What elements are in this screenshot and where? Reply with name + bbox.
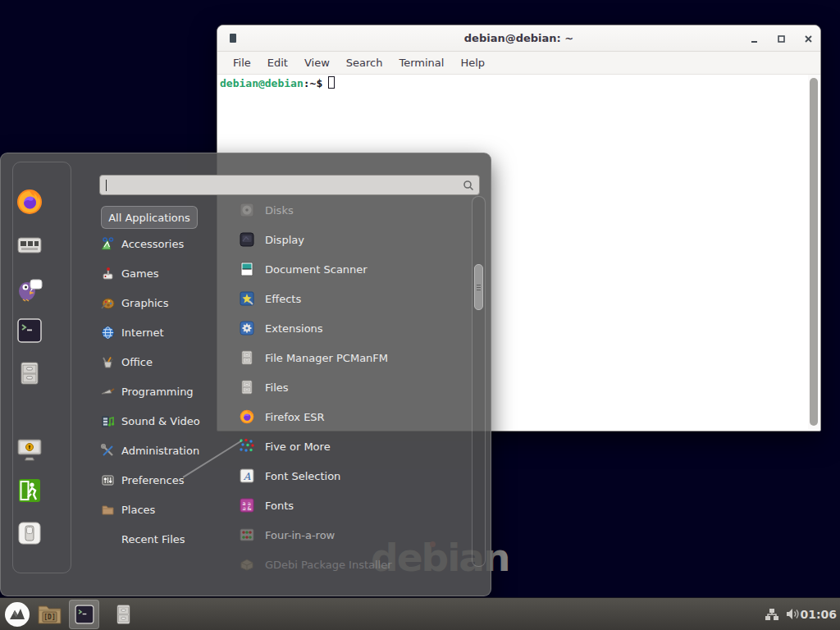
app-item-files[interactable]: Files <box>239 372 472 402</box>
menu-search[interactable]: Search <box>338 52 391 75</box>
category-sound-video[interactable]: Sound & Video <box>101 406 224 436</box>
all-applications-label: All Applications <box>108 212 190 224</box>
category-games[interactable]: Games <box>101 258 224 288</box>
office-icon <box>101 355 115 369</box>
app-label: Effects <box>265 293 301 305</box>
places-icon <box>101 503 115 517</box>
app-search-input[interactable] <box>99 175 480 195</box>
app-label: Fonts <box>265 500 294 512</box>
app-item-disks[interactable]: Disks <box>239 195 472 225</box>
all-applications-button[interactable]: All Applications <box>101 206 198 229</box>
category-graphics[interactable]: Graphics <box>101 288 224 317</box>
terminal-titlebar[interactable]: debian@debian: ~ <box>217 25 820 52</box>
lock-screen-icon <box>15 434 44 463</box>
file-manager-task-button[interactable] <box>108 600 138 629</box>
app-item-document-scanner[interactable]: Document Scanner <box>239 254 472 284</box>
app-item-firefox-esr[interactable]: Firefox ESR <box>239 402 472 431</box>
menu-terminal[interactable]: Terminal <box>390 52 452 75</box>
desktop-folder-button[interactable]: [D] <box>34 600 64 629</box>
effects-icon <box>239 290 255 307</box>
category-accessories[interactable]: Accessories <box>101 229 224 258</box>
category-internet[interactable]: Internet <box>101 317 224 347</box>
category-places[interactable]: Places <box>101 495 224 524</box>
app-item-effects[interactable]: Effects <box>239 284 472 313</box>
category-office[interactable]: Office <box>101 347 224 377</box>
category-label: Places <box>121 504 155 516</box>
category-administration[interactable]: Administration <box>101 436 224 465</box>
terminal-menubar: File Edit View Search Terminal Help <box>217 52 820 75</box>
favorite-pidgin[interactable] <box>15 273 44 303</box>
taskbar-clock[interactable]: 01:06 <box>800 598 837 630</box>
terminal-icon <box>73 603 96 626</box>
app-label: Firefox ESR <box>265 411 325 423</box>
category-programming[interactable]: Programming <box>101 377 224 406</box>
terminal-icon <box>15 316 44 345</box>
shut-down-icon <box>15 518 44 548</box>
prompt-suffix: :~$ <box>304 77 322 89</box>
file-manager-icon <box>239 349 255 366</box>
category-label: Internet <box>121 326 164 339</box>
favorite-shut-down[interactable] <box>15 518 44 548</box>
favorite-file-manager[interactable] <box>15 358 44 388</box>
app-label: Files <box>265 381 289 394</box>
applications-menu-button[interactable] <box>2 600 32 629</box>
terminal-scrollbar[interactable] <box>808 75 819 429</box>
accessories-icon <box>101 237 115 251</box>
app-item-display[interactable]: Display <box>239 225 472 254</box>
favorite-log-out[interactable] <box>15 476 44 505</box>
sound-video-icon <box>101 414 115 428</box>
app-item-five-or-more[interactable]: Five or More <box>239 431 472 461</box>
files-icon <box>239 379 255 395</box>
app-item-gdebi-package-installer[interactable]: GDebi Package Installer <box>239 550 472 579</box>
app-item-file-manager-pcmanfm[interactable]: File Manager PCManFM <box>239 343 472 372</box>
document-scanner-icon <box>239 261 255 277</box>
terminal-task-button[interactable] <box>69 600 99 629</box>
menu-edit[interactable]: Edit <box>259 52 296 75</box>
software-packages-icon <box>15 231 44 260</box>
menu-help[interactable]: Help <box>452 52 493 75</box>
fonts-icon: a a a & <box>239 497 255 514</box>
app-list-scrollbar-thumb[interactable] <box>474 264 483 310</box>
minimize-button[interactable] <box>747 32 761 46</box>
app-item-four-in-a-row[interactable]: Four-in-a-row <box>239 520 472 550</box>
category-preferences[interactable]: Preferences <box>101 465 224 495</box>
favorite-lock-screen[interactable] <box>15 434 44 463</box>
favorite-software-packages[interactable] <box>15 231 44 260</box>
favorite-terminal[interactable] <box>15 316 44 345</box>
app-item-font-selection[interactable]: A Font Selection <box>239 461 472 491</box>
menu-file[interactable]: File <box>225 52 259 75</box>
app-item-extensions[interactable]: Extensions <box>239 313 472 343</box>
close-button[interactable] <box>801 32 815 46</box>
category-recent-files[interactable]: Recent Files <box>101 524 224 554</box>
svg-text:A: A <box>243 471 251 482</box>
menu-view[interactable]: View <box>296 52 338 75</box>
terminal-scrollbar-thumb[interactable] <box>810 78 818 426</box>
svg-text:[D]: [D] <box>43 614 55 621</box>
desktop: debian debian@debian: ~ File Edit View S… <box>0 0 840 630</box>
preferences-icon <box>101 473 115 487</box>
games-icon <box>101 267 115 281</box>
programming-icon <box>101 385 115 399</box>
favorite-firefox[interactable] <box>15 187 44 217</box>
volume-icon[interactable] <box>785 607 801 624</box>
text-caret <box>106 180 107 191</box>
svg-text:&: & <box>247 505 251 512</box>
app-label: File Manager PCManFM <box>265 352 388 364</box>
firefox-icon <box>15 187 44 217</box>
network-icon[interactable] <box>765 608 779 624</box>
applications-menu: All Applications Accessories Games <box>0 153 491 596</box>
taskbar: [D] <box>0 597 840 630</box>
gdebi-icon <box>239 556 255 573</box>
file-manager-icon <box>112 603 135 626</box>
terminal-prompt: debian@debian:~$ <box>220 76 335 91</box>
app-item-fonts[interactable]: a a a & Fonts <box>239 491 472 520</box>
category-label: Preferences <box>121 474 184 486</box>
internet-icon <box>101 326 115 340</box>
app-list-scrollbar[interactable] <box>472 196 486 567</box>
svg-text:a: a <box>243 505 246 512</box>
maximize-button[interactable] <box>774 32 788 46</box>
app-label: Four-in-a-row <box>265 529 335 541</box>
maximize-icon <box>777 34 786 43</box>
four-in-a-row-icon <box>239 527 255 543</box>
app-label: Font Selection <box>265 470 340 482</box>
